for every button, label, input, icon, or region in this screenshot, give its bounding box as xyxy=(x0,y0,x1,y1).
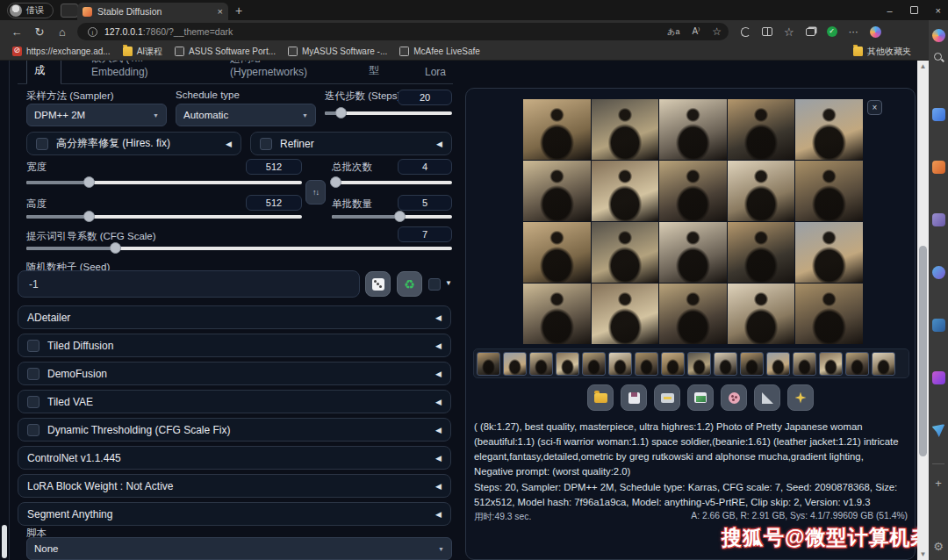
close-gallery-button[interactable]: × xyxy=(867,100,882,115)
split-screen-icon[interactable] xyxy=(762,27,772,36)
batch-count-input[interactable]: 4 xyxy=(398,159,452,175)
send-to-extras-button[interactable] xyxy=(754,384,780,411)
scroll-up-icon[interactable]: ▲ xyxy=(917,62,929,70)
add-sidebar-icon[interactable]: + xyxy=(935,477,942,490)
gallery-thumbnail[interactable] xyxy=(740,352,764,376)
gallery-thumbnail[interactable] xyxy=(503,352,527,376)
extension-checkbox[interactable] xyxy=(27,368,40,380)
tab-index-1[interactable]: 嵌入式 (T.I. Embedding) xyxy=(84,61,200,83)
generated-image[interactable] xyxy=(592,284,659,344)
slider-knob[interactable] xyxy=(330,176,341,188)
width-input[interactable]: 512 xyxy=(246,159,302,175)
collections-icon[interactable] xyxy=(806,28,815,36)
generated-image[interactable] xyxy=(795,222,863,283)
gallery-thumbnail[interactable] xyxy=(793,352,816,376)
height-input[interactable]: 512 xyxy=(246,195,302,211)
generated-image[interactable] xyxy=(728,222,795,283)
browser-tab[interactable]: Stable Diffusion × xyxy=(77,3,228,20)
slider-knob[interactable] xyxy=(83,211,95,222)
site-info-icon[interactable]: i xyxy=(88,27,97,37)
extension-checkbox[interactable] xyxy=(27,396,40,408)
random-seed-button[interactable] xyxy=(365,271,391,297)
media-icon[interactable] xyxy=(932,266,945,279)
designer-icon[interactable] xyxy=(932,371,945,384)
generated-image[interactable] xyxy=(795,99,863,160)
shopping-icon[interactable] xyxy=(932,108,945,121)
cfg-slider[interactable] xyxy=(26,247,452,250)
copilot-icon[interactable] xyxy=(870,26,881,38)
extension-checkbox[interactable] xyxy=(27,424,40,436)
slider-knob[interactable] xyxy=(335,107,347,118)
zip-archive-button[interactable] xyxy=(654,384,680,411)
extension-accordion[interactable]: LoRA Block Weight : Not Active◀ xyxy=(18,474,451,498)
hires-fix-checkbox[interactable] xyxy=(36,138,48,150)
favorite-star-icon[interactable]: ☆ xyxy=(712,25,722,38)
compose-icon[interactable] xyxy=(932,424,945,437)
swap-dimensions-button[interactable]: ↑↓ xyxy=(305,180,326,205)
gallery-thumbnail[interactable] xyxy=(635,352,658,376)
minimize-button[interactable]: – xyxy=(887,5,892,16)
generated-image[interactable] xyxy=(795,284,863,344)
copilot-icon[interactable] xyxy=(932,29,945,42)
refresh-icon[interactable]: ↻ xyxy=(28,25,51,39)
batch-count-slider[interactable] xyxy=(332,181,452,184)
send-to-inpaint-button[interactable] xyxy=(721,384,747,411)
extension-accordion[interactable]: DemoFusion◀ xyxy=(18,362,451,385)
gallery-thumbnail[interactable] xyxy=(845,352,869,376)
scroll-down-icon[interactable]: ▼ xyxy=(917,550,929,558)
extension-accordion[interactable]: Tiled Diffusion◀ xyxy=(18,334,451,357)
generated-image[interactable] xyxy=(728,99,795,160)
send-to-img2img-button[interactable] xyxy=(687,384,714,411)
sampler-dropdown[interactable]: DPM++ 2M▼ xyxy=(26,104,167,126)
screenshot-icon[interactable] xyxy=(932,319,945,332)
search-icon[interactable] xyxy=(933,52,944,63)
gallery-thumbnail[interactable] xyxy=(872,352,895,376)
generated-image[interactable] xyxy=(659,222,727,283)
gallery-thumbnail[interactable] xyxy=(687,352,711,376)
read-aloud-icon[interactable]: A) xyxy=(693,26,700,36)
mcafee-icon[interactable]: ✓ xyxy=(827,26,837,37)
gallery-thumbnail[interactable] xyxy=(714,352,737,376)
toolbox-icon[interactable] xyxy=(932,161,945,174)
steps-input[interactable]: 20 xyxy=(398,90,452,105)
hires-fix-accordion[interactable]: 高分辨率修复 (Hires. fix) ◀ xyxy=(26,132,241,155)
generated-image[interactable] xyxy=(728,284,795,344)
bookmark-item[interactable]: McAfee LiveSafe xyxy=(399,47,480,56)
other-favorites-button[interactable]: 其他收藏夹 xyxy=(853,46,911,58)
extension-accordion[interactable]: ADetailer◀ xyxy=(18,305,451,329)
settings-gear-icon[interactable]: ⚙ xyxy=(933,540,944,553)
address-bar[interactable]: i 127.0.0.1:7860/?__theme=dark あa A) ☆ xyxy=(77,23,729,40)
generated-image[interactable] xyxy=(523,284,591,344)
games-icon[interactable] xyxy=(932,213,945,226)
upscale-button[interactable] xyxy=(787,384,814,411)
slider-knob[interactable] xyxy=(110,242,121,254)
script-dropdown[interactable]: None▼ xyxy=(26,537,452,560)
bookmark-item[interactable]: AI课程 xyxy=(123,46,162,58)
generated-image[interactable] xyxy=(523,99,591,160)
generated-image[interactable] xyxy=(728,161,795,221)
generated-image[interactable] xyxy=(659,284,727,344)
gallery-thumbnail[interactable] xyxy=(477,352,500,376)
extension-checkbox[interactable] xyxy=(27,340,40,352)
tab-index-3[interactable]: 模型 xyxy=(362,61,395,83)
height-slider[interactable] xyxy=(26,215,302,219)
bookmark-item[interactable]: https://exchange.ad... xyxy=(12,47,111,56)
seed-extra-arrow-icon[interactable]: ▼ xyxy=(445,279,452,287)
gallery-thumbnail[interactable] xyxy=(608,352,632,376)
page-scrollbar[interactable]: ▲ ▼ xyxy=(917,61,929,560)
more-icon[interactable]: ⋯ xyxy=(849,26,858,38)
close-button[interactable]: × xyxy=(936,5,941,16)
home-icon[interactable]: ⌂ xyxy=(51,25,74,39)
extra-seed-checkbox[interactable] xyxy=(428,278,441,291)
open-folder-button[interactable] xyxy=(587,384,614,411)
refiner-accordion[interactable]: Refiner ◀ xyxy=(250,132,452,155)
bookmark-item[interactable]: ASUS Software Port... xyxy=(175,47,276,56)
tab-generate[interactable]: 生成 xyxy=(26,61,61,84)
generated-image[interactable] xyxy=(592,99,659,160)
cfg-input[interactable]: 7 xyxy=(398,226,452,242)
width-slider[interactable] xyxy=(26,181,302,184)
generated-image[interactable] xyxy=(523,161,591,221)
save-button[interactable] xyxy=(621,384,647,411)
tab-index-4[interactable]: Lora xyxy=(418,62,453,83)
tab-close-icon[interactable]: × xyxy=(218,6,223,17)
